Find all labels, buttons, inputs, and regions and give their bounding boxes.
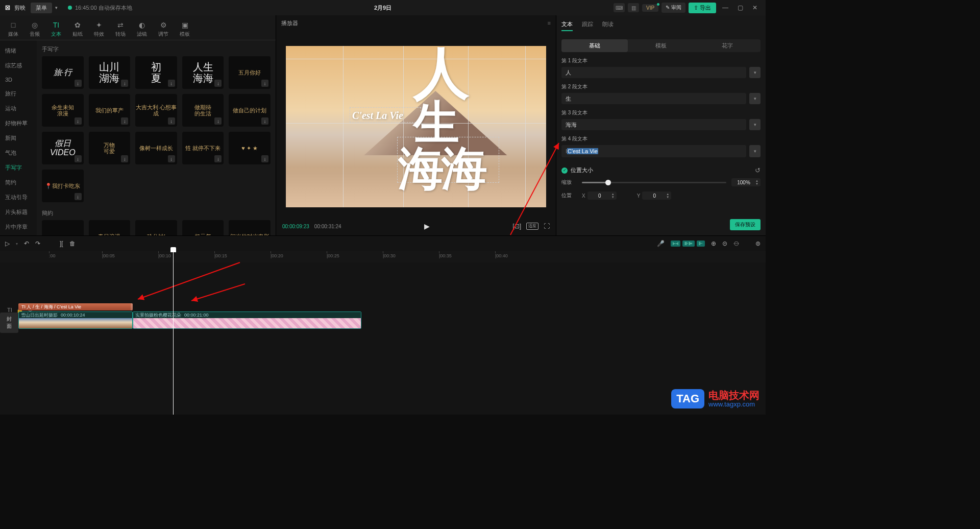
- save-preset-button[interactable]: 保存预设: [730, 219, 761, 230]
- pos-y[interactable]: 0: [644, 193, 665, 199]
- mic-icon[interactable]: 🎤: [657, 240, 665, 247]
- playhead[interactable]: [173, 251, 174, 415]
- main-tab-模板[interactable]: ▣模板: [177, 18, 193, 40]
- layout-icon[interactable]: ▥: [628, 3, 639, 12]
- cover-button[interactable]: 封面: [0, 312, 18, 333]
- delete-icon[interactable]: 🗑: [69, 240, 76, 247]
- category-旅行[interactable]: 旅行: [0, 86, 37, 101]
- category-片头标题[interactable]: 片头标题: [0, 205, 37, 220]
- style-cell[interactable]: 春日浪漫↓: [89, 220, 131, 235]
- video-clip-1[interactable]: 雪山日出延时摄影00:00:10:24: [18, 311, 133, 329]
- main-tab-贴纸[interactable]: ✿贴纸: [69, 18, 86, 40]
- redo-icon[interactable]: ↷: [35, 240, 40, 247]
- scale-slider[interactable]: [582, 182, 726, 183]
- fit-icon[interactable]: ⊚: [755, 240, 761, 247]
- review-button[interactable]: ✎ 审阅: [662, 3, 685, 13]
- main-tab-特效[interactable]: ✦特效: [91, 18, 107, 40]
- canvas-text-3[interactable]: 海海: [398, 138, 485, 200]
- main-tab-转场[interactable]: ⇄转场: [112, 18, 129, 40]
- download-icon[interactable]: ↓: [75, 117, 82, 125]
- rtab-跟踪[interactable]: 跟踪: [582, 20, 593, 31]
- style-cell[interactable]: 甡 就停不下来↓: [182, 132, 224, 164]
- download-icon[interactable]: ↓: [261, 117, 268, 125]
- category-互动引导[interactable]: 互动引导: [0, 190, 37, 205]
- crop-icon[interactable]: [⊡]: [512, 223, 521, 230]
- preview-canvas[interactable]: 人 生 海海 C'est La Vie: [286, 46, 546, 207]
- maximize-icon[interactable]: ▢: [734, 4, 746, 11]
- download-icon[interactable]: ↓: [75, 155, 82, 162]
- download-icon[interactable]: ↓: [214, 155, 222, 162]
- split-icon[interactable]: ][: [60, 240, 63, 247]
- style-cell[interactable]: 超元气↓: [182, 220, 224, 235]
- subtab-基础[interactable]: 基础: [561, 39, 628, 52]
- seg3-expand[interactable]: ▾: [749, 119, 761, 130]
- pos-x[interactable]: 0: [590, 193, 610, 199]
- subtab-花字[interactable]: 花字: [694, 39, 761, 52]
- download-icon[interactable]: ↓: [214, 117, 222, 125]
- style-cell[interactable]: 旅·行↓: [42, 56, 84, 89]
- category-新闻[interactable]: 新闻: [0, 131, 37, 146]
- category-情绪[interactable]: 情绪: [0, 43, 37, 58]
- main-tab-音频[interactable]: ◎音频: [27, 18, 43, 40]
- seg1-expand[interactable]: ▾: [749, 67, 761, 78]
- download-icon[interactable]: ↓: [261, 155, 268, 162]
- seg2-expand[interactable]: ▾: [749, 93, 761, 104]
- style-cell[interactable]: ↓: [42, 220, 84, 235]
- download-icon[interactable]: ↓: [261, 80, 268, 87]
- category-手写字[interactable]: 手写字: [0, 160, 37, 175]
- category-运动[interactable]: 运动: [0, 101, 37, 116]
- snap1[interactable]: ⊢⊣: [671, 241, 680, 247]
- seg4-expand[interactable]: ▾: [749, 145, 761, 157]
- menu-button[interactable]: 菜单: [31, 3, 52, 13]
- category-片中序章[interactable]: 片中序章: [0, 220, 37, 234]
- seg1-input[interactable]: [561, 67, 746, 78]
- category-简约[interactable]: 简约: [0, 175, 37, 190]
- play-button[interactable]: ▶: [424, 222, 430, 230]
- snap2[interactable]: ⊪⊫: [682, 241, 695, 247]
- style-cell[interactable]: 余生未知 浪漫↓: [42, 94, 84, 127]
- style-cell[interactable]: 做期待 的生活↓: [182, 94, 224, 127]
- pos-checkbox-icon[interactable]: ✓: [561, 167, 568, 174]
- canvas-text-4[interactable]: C'est La Vie: [352, 110, 403, 122]
- align-icon[interactable]: ⊕: [711, 240, 716, 247]
- chevron-down-icon[interactable]: ▾: [55, 5, 58, 10]
- main-tab-调节[interactable]: ⚙调节: [155, 18, 172, 40]
- category-3D[interactable]: 3D: [0, 73, 37, 86]
- undo-icon[interactable]: ↶: [24, 240, 29, 247]
- scale-stepper[interactable]: ▲▼: [755, 179, 758, 185]
- snap3[interactable]: ⊩: [697, 241, 705, 247]
- style-cell[interactable]: 我们的草产↓: [89, 94, 131, 127]
- scale-value[interactable]: 100%: [733, 180, 754, 185]
- download-icon[interactable]: ↓: [75, 193, 82, 200]
- export-button[interactable]: ⇧ 导出: [689, 3, 716, 13]
- download-icon[interactable]: ↓: [214, 80, 222, 87]
- seg3-input[interactable]: [561, 119, 746, 130]
- style-cell[interactable]: 📍我打卡吃东↓: [42, 170, 84, 202]
- fullscreen-icon[interactable]: ⛶: [544, 223, 550, 230]
- style-cell[interactable]: 像树一样成长↓: [135, 132, 177, 164]
- category-综艺感[interactable]: 综艺感: [0, 58, 37, 73]
- download-icon[interactable]: ↓: [121, 155, 128, 162]
- style-cell[interactable]: 砼分钟!↓: [135, 220, 177, 235]
- download-icon[interactable]: ↓: [168, 155, 175, 162]
- style-cell[interactable]: 万物 可爱↓: [89, 132, 131, 164]
- download-icon[interactable]: ↓: [121, 117, 128, 125]
- timeline-ruler[interactable]: :00|00:05|00:10|00:15|00:20|00:25|00:30|…: [0, 251, 766, 262]
- text-clip[interactable]: TI 人 / 生 / 海海 / C'est La Vie: [18, 303, 133, 310]
- style-cell[interactable]: 做自己的计划↓: [229, 94, 271, 127]
- zoom-out-icon[interactable]: ⦵: [733, 240, 739, 247]
- style-cell[interactable]: 五月你好↓: [229, 56, 271, 89]
- tl-settings-icon[interactable]: ⊝: [722, 240, 727, 247]
- style-cell[interactable]: 闪光的时光电影↓: [229, 220, 271, 235]
- ratio-button[interactable]: 适应: [526, 223, 538, 230]
- video-clip-2[interactable]: 实景拍摄粉色樱花花朵00:00:21:00: [133, 311, 361, 329]
- main-tab-文本[interactable]: TI文本: [48, 18, 64, 40]
- style-cell[interactable]: 假日 VIDEO↓: [42, 132, 84, 164]
- reset-icon[interactable]: ↺: [755, 166, 761, 174]
- pos-y-stepper[interactable]: ▲▼: [666, 193, 669, 199]
- category-好物种草[interactable]: 好物种草: [0, 116, 37, 131]
- seg2-input[interactable]: [561, 93, 746, 104]
- vip-badge[interactable]: VIP: [642, 4, 658, 12]
- shortcut-icon[interactable]: ⌨: [614, 3, 625, 12]
- style-cell[interactable]: 初 夏↓: [135, 56, 177, 89]
